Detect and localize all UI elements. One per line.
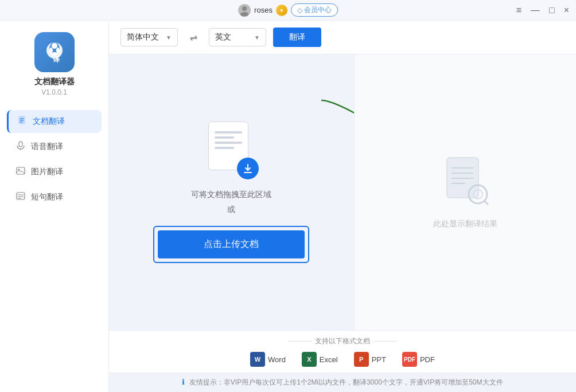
vip-badge: ♦ <box>276 5 287 16</box>
sidebar-item-image-translate-label: 图片翻译 <box>31 167 63 177</box>
excel-icon: X <box>302 352 317 367</box>
source-lang-arrow: ▼ <box>166 34 172 41</box>
app-logo: 译 <box>34 32 75 72</box>
target-lang-select[interactable]: 英文 ▼ <box>209 28 266 46</box>
result-doc-icon <box>442 155 488 210</box>
format-pdf: PDF PDF <box>402 352 435 367</box>
svg-line-29 <box>484 201 488 206</box>
formats-section: 支持以下格式文档 W Word X Excel <box>109 330 576 373</box>
swap-languages-button[interactable]: ⇌ <box>185 29 202 46</box>
sidebar-item-voice-translate[interactable]: 语音翻译 <box>7 135 102 158</box>
user-info: roses ♦ ◇ 会员中心 <box>238 3 338 17</box>
format-word: W Word <box>250 352 286 367</box>
result-placeholder: 此处显示翻译结果 <box>433 155 497 229</box>
pdf-icon: PDF <box>402 352 417 367</box>
result-placeholder-text: 此处显示翻译结果 <box>433 219 497 229</box>
footer-tip: ℹ 友情提示：非VIP用户每次仅可上传1个2Mi以内文件，翻译3000个文字，开… <box>109 373 576 392</box>
sidebar-item-voice-translate-label: 语音翻译 <box>31 142 63 152</box>
svg-rect-13 <box>19 142 22 147</box>
doc-translate-icon <box>17 116 28 127</box>
svg-rect-15 <box>17 167 25 174</box>
upload-button[interactable]: 点击上传文档 <box>158 230 305 258</box>
ppt-label: PPT <box>372 355 386 364</box>
sentence-translate-icon <box>15 191 26 203</box>
content-area: 简体中文 ▼ ⇌ 英文 ▼ 翻译 <box>109 21 576 392</box>
upload-button-box: 点击上传文档 <box>153 226 309 263</box>
result-area: 此处显示翻译结果 <box>354 54 577 330</box>
pdf-label: PDF <box>420 355 435 364</box>
excel-label: Excel <box>320 355 338 364</box>
svg-point-6 <box>56 48 60 53</box>
close-button[interactable]: × <box>564 6 569 15</box>
sidebar-nav: 文档翻译 语音翻译 <box>0 110 108 211</box>
footer-tip-text: 友情提示：非VIP用户每次仅可上传1个2Mi以内文件，翻译3000个文字，开通V… <box>189 378 503 386</box>
username: roses <box>254 6 273 14</box>
svg-point-1 <box>240 12 248 17</box>
window-controls: ≡ — □ × <box>516 6 569 15</box>
format-excel: X Excel <box>302 352 338 367</box>
svg-point-4 <box>52 43 57 49</box>
sidebar-item-doc-translate-label: 文档翻译 <box>33 116 65 127</box>
main-layout: 译 文档翻译器 V1.0.0.1 文档翻译 <box>0 21 576 392</box>
download-badge-icon <box>237 158 259 179</box>
maximize-button[interactable]: □ <box>549 6 555 15</box>
app-name: 文档翻译器 <box>34 77 75 87</box>
drop-text: 可将文档拖拽至此区域 或 <box>191 187 271 216</box>
target-lang-arrow: ▼ <box>254 34 260 41</box>
svg-text:译: 译 <box>53 56 60 64</box>
ppt-icon: P <box>354 352 369 367</box>
menu-icon[interactable]: ≡ <box>516 6 521 15</box>
upload-area: 可将文档拖拽至此区域 或 点击上传文档 <box>109 54 354 330</box>
image-translate-icon <box>15 166 26 178</box>
toolbar: 简体中文 ▼ ⇌ 英文 ▼ 翻译 <box>109 21 576 54</box>
info-icon: ℹ <box>182 378 185 386</box>
sidebar-item-sentence-translate[interactable]: 短句翻译 <box>7 186 102 209</box>
titlebar: roses ♦ ◇ 会员中心 ≡ — □ × <box>0 0 576 21</box>
formats-label: 支持以下格式文档 <box>315 336 370 346</box>
svg-point-5 <box>49 48 53 53</box>
sidebar-item-doc-translate[interactable]: 文档翻译 <box>7 110 102 133</box>
voice-translate-icon <box>15 141 26 152</box>
source-lang-select[interactable]: 简体中文 ▼ <box>120 28 178 46</box>
app-version: V1.0.0.1 <box>41 88 67 96</box>
sidebar-item-image-translate[interactable]: 图片翻译 <box>7 160 102 183</box>
minimize-button[interactable]: — <box>531 6 540 15</box>
sidebar-item-sentence-translate-label: 短句翻译 <box>31 192 63 202</box>
word-label: Word <box>268 355 286 364</box>
drop-zone[interactable]: 可将文档拖拽至此区域 或 点击上传文档 <box>120 112 343 273</box>
content-body: 可将文档拖拽至此区域 或 点击上传文档 <box>109 54 576 330</box>
vip-center-button[interactable]: ◇ 会员中心 <box>291 3 338 17</box>
file-icon <box>208 121 254 176</box>
format-ppt: P PPT <box>354 352 386 367</box>
svg-point-0 <box>242 6 247 11</box>
word-icon: W <box>250 352 265 367</box>
avatar <box>238 4 251 17</box>
translate-button[interactable]: 翻译 <box>273 28 321 47</box>
formats-list: W Word X Excel P PPT <box>120 352 565 367</box>
sidebar: 译 文档翻译器 V1.0.0.1 文档翻译 <box>0 21 109 392</box>
